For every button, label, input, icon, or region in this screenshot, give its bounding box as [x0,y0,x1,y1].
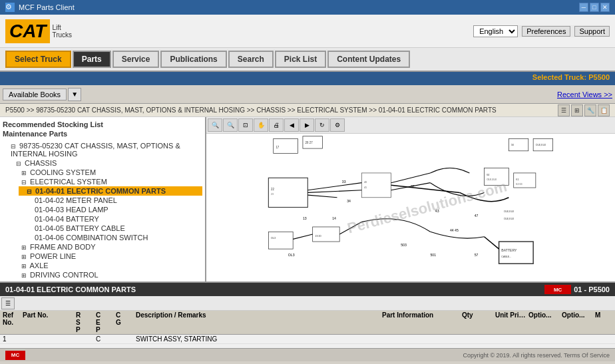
parts-toolbar-btn[interactable]: ☰ [1,297,15,309]
tree-item-combination-switch[interactable]: 01-04-06 COMBINATION SWITCH [19,233,202,242]
support-button[interactable]: Support [574,26,610,37]
table-row: 1 C SWITCH ASSY, STARTING [0,335,615,344]
tree-chassis-items: ⊞ COOLING SYSTEM ⊟ ELECTRICAL SYSTEM ⊟ 0… [8,168,202,281]
grid-view-icon[interactable]: ⊞ [571,104,583,116]
tree-item-label: COOLING SYSTEM [30,168,96,176]
app-icon: ⚙ [5,3,15,12]
svg-text:OLE,ELE: OLE,ELE [504,218,514,220]
print-button[interactable]: 🖨 [269,118,284,132]
next-button[interactable]: ▶ [300,118,314,132]
tree-item-driving[interactable]: ⊞ DRIVING CONTROL [13,270,202,279]
svg-text:44 45: 44 45 [450,228,459,232]
window-title: MCF Parts Client [19,3,75,11]
tree-item-power-line[interactable]: ⊞ POWER LINE [13,252,202,261]
footer-logo-box: MC [5,351,25,360]
close-button[interactable]: ✕ [600,3,610,12]
footer-logo: MC [5,351,25,360]
tree-item-label: FRAME AND BODY [30,243,95,251]
tree-root[interactable]: ⊟ 98735-05230 CAT CHASSIS, MAST, OPTIONS… [3,141,202,158]
language-select[interactable]: English [473,25,518,37]
minimize-button[interactable]: ─ [579,3,588,12]
cell-info [381,335,461,343]
cell-ref: 1 [1,335,21,343]
list-view-icon[interactable]: ☰ [558,104,570,116]
tree-item-frame[interactable]: ⊞ FRAME AND BODY [13,242,202,252]
recent-views-link[interactable]: Recent Views >> [557,91,612,98]
svg-text:14: 14 [332,216,336,220]
fit-button[interactable]: ⊡ [238,118,253,132]
expand-icon: ⊟ [16,160,23,167]
svg-text:OLE,ELE: OLE,ELE [536,144,546,146]
lang-controls: English Preferences Support [473,25,610,37]
books-bar: Available Books ▼ Recent Views >> [0,85,615,104]
svg-text:37: 37 [411,184,415,188]
footer-logo-box: MC [544,285,571,294]
col-qty: Qty [461,311,494,333]
tree-item-intake[interactable]: ⊞ INTAKE AND EXHAUST SYSTEM [13,279,202,281]
tab-pick-list[interactable]: Pick List [275,51,326,68]
tree-panel: Recommended Stocking List Maintenance Pa… [0,117,206,281]
rotate-button[interactable]: ↻ [315,118,329,132]
zoom-in-button[interactable]: 🔍 [208,118,222,132]
breadcrumb: P5500 >> 98735-05230 CAT CHASSIS, MAST, … [0,104,615,117]
tree-item-electric-common[interactable]: ⊟ 01-04-01 ELECTRIC COMMON PARTS [19,186,202,196]
header: CAT LiftTrucks English Preferences Suppo… [0,15,615,48]
tab-publications[interactable]: Publications [160,51,226,68]
parts-panel-title: 01-04-01 ELECTRIC COMMON PARTS [5,285,136,293]
diagram-toolbar: 🔍 🔍 ⊡ ✋ 🖨 ◀ ▶ ↻ ⚙ [206,117,615,134]
svg-text:BATTERY: BATTERY [501,248,517,252]
svg-text:62 63: 62 63 [516,183,522,186]
zoom-out-button[interactable]: 🔍 [223,118,238,132]
recommended-stocking-link[interactable]: Recommended Stocking List [3,120,202,129]
tree-item-label: DRIVING CONTROL [30,271,99,279]
expand-icon: ⊟ [11,143,17,150]
books-arrow-button[interactable]: ▼ [68,88,81,101]
diagram-icon[interactable]: 🔧 [584,104,596,116]
breadcrumb-actions: ☰ ⊞ 🔧 📋 [558,104,610,116]
tree-item-meter-panel[interactable]: 01-04-02 METER PANEL [19,196,202,205]
tab-service[interactable]: Service [112,51,160,68]
window-controls: ─ □ ✕ [579,3,610,12]
expand-icon: ⊞ [21,272,28,279]
tree-electrical-sub: ⊟ 01-04-01 ELECTRIC COMMON PARTS 01-04-0… [13,186,202,242]
expand-icon: ⊟ [21,179,28,186]
books-dropdown: Available Books ▼ [3,88,81,101]
tree-item-electrical[interactable]: ⊟ ELECTRICAL SYSTEM [13,177,202,186]
maintenance-parts-link[interactable]: Maintenance Parts [3,129,202,138]
col-option1: Optio... [527,311,560,333]
pan-button[interactable]: ✋ [254,118,268,132]
tools-button[interactable]: ⚙ [330,118,345,132]
col-description: Description / Remarks [134,311,381,333]
svg-text:22: 22 [271,188,274,191]
page-info: 01 - P5500 [574,285,610,293]
svg-text:OL3: OL3 [288,253,295,257]
svg-text:64: 64 [487,174,489,176]
tree-item-head-lamp[interactable]: 01-04-03 HEAD LAMP [19,205,202,214]
parts-table-header: RefNo. Part No. RSP CEP CG Description /… [0,311,615,335]
diagram-content: Perdieselsolutions.com 17 26 27 56 OL [206,134,615,281]
tree-item-axle[interactable]: ⊞ AXLE [13,261,202,270]
svg-text:56: 56 [511,144,514,146]
schematic-diagram: 17 26 27 56 OLE,ELE 22 23 40 [206,134,615,281]
preferences-button[interactable]: Preferences [522,26,570,37]
tree-chassis[interactable]: ⊟ CHASSIS [8,158,202,168]
svg-text:19 20: 19 20 [315,235,321,238]
title-bar: ⚙ MCF Parts Client ─ □ ✕ [0,0,615,15]
tree-item-battery-cable[interactable]: 01-04-05 BATTERY CABLE [19,224,202,233]
tab-parts[interactable]: Parts [73,51,111,68]
main-content: Recommended Stocking List Maintenance Pa… [0,117,615,281]
svg-text:43: 43 [435,209,439,213]
cell-opt2 [560,335,594,343]
cell-cg [114,335,134,343]
tree-item-battery[interactable]: 01-04-04 BATTERY [19,214,202,224]
prev-button[interactable]: ◀ [284,118,299,132]
tab-select-truck[interactable]: Select Truck [5,51,71,68]
tree-item-label: POWER LINE [30,252,76,260]
cell-opt1 [527,335,560,343]
tree-item-cooling[interactable]: ⊞ COOLING SYSTEM [13,168,202,177]
tab-content-updates[interactable]: Content Updates [327,51,410,68]
maximize-button[interactable]: □ [590,3,599,12]
tab-search[interactable]: Search [228,51,274,68]
available-books-button[interactable]: Available Books [3,89,67,100]
export-icon[interactable]: 📋 [598,104,610,116]
